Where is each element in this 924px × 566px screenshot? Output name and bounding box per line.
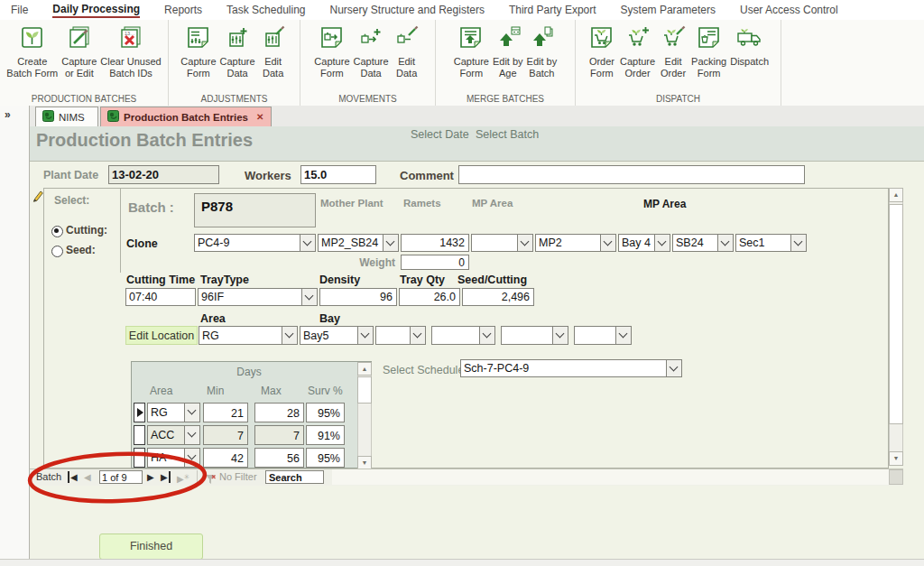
no-filter-label[interactable]: No Filter (219, 471, 257, 482)
density-field[interactable]: 96 (319, 288, 397, 306)
mp-area-dropdown-3[interactable]: Bay 4 (618, 234, 670, 252)
cutting-radio[interactable] (51, 226, 63, 237)
select-schedule-dropdown[interactable]: Sch-7-PC4-9 (460, 359, 682, 377)
grid-max-row1[interactable]: 28 (254, 403, 304, 422)
menu-user-access-control[interactable]: User Access Control (740, 4, 838, 16)
chevron-down-icon[interactable] (184, 404, 199, 422)
chevron-down-icon[interactable] (654, 235, 670, 251)
movements-capture-form-button[interactable]: Capture Form (312, 23, 351, 80)
plant-date-field[interactable] (108, 165, 219, 184)
order-form-button[interactable]: Order Form (586, 23, 618, 80)
select-batch-label[interactable]: Select Batch (476, 128, 539, 141)
chevron-down-icon[interactable] (790, 235, 806, 251)
seed-cutting-field[interactable]: 2,496 (462, 288, 534, 306)
location-dropdown-5[interactable] (501, 326, 568, 345)
comment-field[interactable] (458, 165, 805, 184)
mp-area-dropdown-4[interactable]: SB24 (672, 234, 734, 252)
horizontal-scrollbar-track[interactable] (332, 469, 889, 485)
chevron-down-icon[interactable] (383, 235, 398, 251)
cutting-time-field[interactable] (125, 288, 196, 306)
grid-max-row2[interactable]: 7 (254, 425, 304, 445)
location-dropdown-6[interactable] (574, 326, 632, 345)
tray-type-dropdown[interactable]: 96IF (198, 288, 318, 306)
grid-surv-row1[interactable]: 95% (306, 403, 345, 422)
merge-capture-form-button[interactable]: Capture Form (452, 23, 491, 80)
merge-edit-by-age-button[interactable]: Edit by Age (491, 23, 525, 80)
grid-scroll-up-icon[interactable]: ▲ (357, 362, 372, 376)
chevron-down-icon[interactable] (184, 426, 199, 444)
grid-scroll-down-icon[interactable]: ▼ (357, 456, 372, 469)
grid-scrollbar-thumb[interactable] (357, 376, 372, 404)
record-selector-current[interactable] (134, 403, 145, 422)
menu-reports[interactable]: Reports (164, 4, 202, 16)
grid-max-row3[interactable]: 56 (254, 448, 304, 468)
close-tab-icon[interactable]: ✕ (256, 112, 263, 122)
grid-surv-row2[interactable]: 91% (306, 425, 345, 445)
grid-surv-row3[interactable]: 95% (306, 448, 345, 468)
finished-button[interactable]: Finished (99, 534, 203, 560)
location-bay-dropdown[interactable]: Bay5 (300, 326, 374, 345)
mp-area-dropdown-1[interactable] (471, 234, 533, 252)
chevron-down-icon[interactable] (479, 327, 494, 344)
batch-id-field[interactable]: P878 (194, 193, 316, 227)
adjustments-edit-data-button[interactable]: Edit Data (257, 23, 290, 80)
chevron-down-icon[interactable] (300, 235, 315, 251)
chevron-down-icon[interactable] (615, 327, 631, 344)
seed-radio[interactable] (51, 246, 63, 257)
chevron-down-icon[interactable] (666, 360, 681, 376)
tray-qty-field[interactable]: 26.0 (399, 288, 460, 306)
tab-production-batch-entries[interactable]: Production Batch Entries ✕ (100, 107, 272, 126)
tab-nims[interactable]: NIMS (35, 107, 98, 126)
ramets-field[interactable]: 1432 (401, 234, 469, 252)
location-dropdown-3[interactable] (375, 326, 426, 345)
grid-area-dropdown-row1[interactable]: RG (147, 403, 200, 422)
merge-edit-by-batch-button[interactable]: Edit by Batch (525, 23, 559, 80)
movements-capture-data-button[interactable]: Capture Data (352, 23, 391, 80)
mp-area-dropdown-2[interactable]: MP2 (535, 234, 616, 252)
chevron-down-icon[interactable] (301, 289, 317, 305)
capture-order-button[interactable]: Capture Order (618, 23, 657, 80)
mother-plant-dropdown[interactable]: MP2_SB24 (318, 234, 399, 252)
clone-dropdown[interactable]: PC4-9 (194, 234, 316, 252)
menu-daily-processing[interactable]: Daily Processing (52, 3, 140, 18)
search-input[interactable] (265, 470, 324, 484)
menu-task-scheduling[interactable]: Task Scheduling (226, 4, 305, 16)
chevron-down-icon[interactable] (410, 327, 425, 344)
grid-area-dropdown-row2[interactable]: ACC (147, 425, 200, 445)
menu-third-party-export[interactable]: Third Party Export (509, 4, 596, 16)
capture-or-edit-button[interactable]: Capture or Edit (60, 23, 98, 80)
detail-scroll-down-icon[interactable]: ▼ (889, 451, 903, 466)
clear-unused-batch-ids-button[interactable]: 13… Clear Unused Batch IDs (98, 23, 162, 80)
movements-edit-data-button[interactable]: Edit Data (391, 23, 423, 80)
grid-min-row2[interactable]: 7 (203, 425, 248, 445)
adjustments-capture-form-button[interactable]: Capture Form (179, 23, 217, 80)
grid-min-row1[interactable]: 21 (203, 403, 248, 422)
seed-radio-label[interactable]: Seed: (66, 244, 96, 256)
workers-field[interactable] (300, 165, 376, 184)
nav-pane-expand-chevron-icon[interactable]: » (5, 108, 11, 121)
weight-field[interactable]: 0 (401, 255, 469, 270)
edit-order-button[interactable]: Edit Order (657, 23, 689, 80)
adjustments-capture-data-button[interactable]: Capture Data (218, 23, 257, 80)
chevron-down-icon[interactable] (717, 235, 733, 251)
chevron-down-icon[interactable] (600, 235, 615, 251)
chevron-down-icon[interactable] (282, 327, 297, 344)
create-batch-form-button[interactable]: Create Batch Form (5, 23, 60, 80)
chevron-down-icon[interactable] (552, 327, 568, 344)
location-dropdown-4[interactable] (431, 326, 495, 345)
location-area-dropdown[interactable]: RG (199, 326, 298, 345)
chevron-down-icon[interactable] (357, 327, 373, 344)
cutting-radio-label[interactable]: Cutting: (66, 224, 107, 237)
packing-form-button[interactable]: Packing Form (689, 23, 728, 80)
dispatch-button[interactable]: Dispatch (728, 23, 771, 69)
menu-nursery-structure[interactable]: Nursery Structure and Registers (329, 4, 484, 16)
select-date-label[interactable]: Select Date (411, 128, 469, 141)
chevron-down-icon[interactable] (517, 235, 532, 251)
mp-area-dropdown-5[interactable]: Sec1 (735, 234, 807, 252)
menu-file[interactable]: File (11, 4, 28, 16)
detail-scroll-up-icon[interactable]: ▲ (889, 188, 903, 202)
record-selector[interactable] (134, 425, 145, 445)
edit-location-button[interactable]: Edit Location (125, 326, 198, 345)
detail-scrollbar-thumb[interactable] (889, 204, 903, 424)
menu-system-parameters[interactable]: System Parameters (621, 4, 716, 16)
